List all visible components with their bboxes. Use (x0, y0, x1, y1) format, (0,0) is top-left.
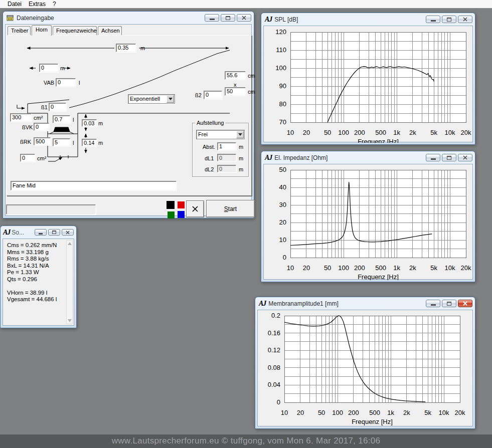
maximize-button[interactable] (48, 229, 60, 236)
svg-text:40: 40 (279, 183, 286, 191)
chevron-down-icon[interactable] (236, 131, 244, 138)
b2-field[interactable]: 0 (204, 91, 222, 99)
offset-field[interactable]: 0 (39, 64, 58, 72)
b1-field[interactable]: 0 (49, 103, 66, 111)
close-icon[interactable] (237, 14, 251, 22)
minimize-button[interactable] (426, 154, 440, 161)
impedanz-titlebar[interactable]: AJ El. Impedanz [Ohm] (261, 151, 475, 164)
maximize-button[interactable] (221, 14, 235, 22)
abort-button[interactable] (186, 200, 204, 217)
bvk-label: ßVK (22, 124, 33, 130)
aufstellung-mode-dropdown[interactable]: Frei (196, 130, 245, 139)
scrollbar[interactable] (66, 240, 73, 324)
aj-logo-icon: AJ (265, 16, 272, 24)
svg-text:20: 20 (297, 409, 304, 416)
menu-bar: Datei Extras ? (0, 0, 492, 9)
throat-area-field[interactable]: 300 (10, 113, 32, 122)
svg-text:5k: 5k (430, 264, 437, 272)
scroll-up-icon[interactable] (68, 242, 72, 245)
vab-field[interactable]: 0 (56, 78, 76, 87)
mouth-height-field[interactable]: 50 (225, 87, 246, 96)
impedanz-window: AJ El. Impedanz [Ohm] 504030201001020501… (261, 151, 475, 282)
close-icon[interactable] (458, 16, 472, 23)
menu-item-help[interactable]: ? (49, 1, 60, 8)
impedanz-chart: 504030201001020501002005001k2k5k10k20kFr… (264, 164, 474, 280)
window-title: So... (12, 229, 24, 236)
close-icon[interactable] (458, 300, 472, 307)
progress-bar (6, 204, 96, 214)
mouth-height-unit: cm (248, 89, 255, 95)
aj-logo-icon: AJ (259, 300, 266, 308)
svg-text:50: 50 (324, 264, 331, 272)
svg-text:0: 0 (283, 254, 286, 261)
svg-text:500: 500 (375, 129, 386, 136)
svg-text:Frequenz [Hz]: Frequenz [Hz] (358, 138, 399, 143)
svg-text:20k: 20k (461, 264, 471, 272)
close-icon[interactable] (458, 154, 472, 161)
svg-text:10k: 10k (445, 264, 455, 272)
bvk-field[interactable]: 0 (34, 123, 49, 131)
tab-treiber[interactable]: Treiber (8, 26, 31, 35)
svg-text:1k: 1k (393, 129, 400, 136)
port-area-field[interactable]: 0 (20, 154, 35, 162)
project-name-field[interactable]: Fane Mid (11, 181, 177, 190)
menu-item-datei[interactable]: Datei (4, 1, 25, 8)
horn-length-field[interactable]: 0.35 (116, 44, 136, 52)
svg-text:5k: 5k (424, 409, 431, 416)
maximize-button[interactable] (442, 16, 456, 23)
dl1-field[interactable]: 0 (217, 154, 236, 161)
minimize-button[interactable] (35, 229, 47, 236)
minimize-button[interactable] (205, 14, 219, 22)
scroll-down-icon[interactable] (68, 319, 72, 322)
curve-color-red[interactable] (178, 201, 185, 208)
horn-tab-page: 0.35 m 0 m VAB 0 l ß1 0 300 cm² ßVK 0 ßR… (7, 35, 252, 196)
svg-text:20k: 20k (461, 129, 471, 136)
svg-text:50: 50 (279, 166, 286, 173)
contour-value: Exponentiell (130, 96, 160, 102)
mouth-width-field[interactable]: 55.6 (225, 71, 246, 80)
svg-text:20: 20 (303, 264, 310, 272)
svg-text:20k: 20k (455, 409, 465, 416)
vk-volume-unit: l (73, 117, 74, 123)
b1-label: ß1 (41, 104, 48, 110)
membranamplitude-titlebar[interactable]: AJ Membranamplitude1 [mm] (255, 297, 475, 310)
dateneingabe-titlebar[interactable]: Dateneingabe (3, 12, 254, 24)
curve-color-blue[interactable] (178, 211, 185, 218)
dl2-field[interactable]: 0 (217, 165, 236, 172)
tab-achsen[interactable]: Achsen (98, 26, 122, 35)
sonstiges-window: AJ So... Cms = 0.262 mm/N Mms = 33.198 g… (0, 226, 77, 328)
h2-field[interactable]: 0.14 (82, 139, 97, 146)
svg-text:500: 500 (369, 409, 380, 416)
menu-item-extras[interactable]: Extras (25, 1, 49, 8)
curve-color-green[interactable] (168, 211, 175, 218)
curve-color-black[interactable] (167, 201, 175, 209)
svg-text:200: 200 (354, 129, 365, 136)
spl-window: AJ SPL [dB] 1201101009080701020501002005… (261, 13, 475, 145)
aj-logo-icon: AJ (3, 229, 10, 237)
minimize-button[interactable] (426, 16, 440, 23)
spl-titlebar[interactable]: AJ SPL [dB] (261, 13, 475, 26)
chevron-down-icon[interactable] (167, 95, 174, 103)
tab-frequenzweiche[interactable]: Frequenzweiche (53, 26, 97, 35)
svg-text:10: 10 (281, 409, 288, 416)
h1-field[interactable]: 0.03 (82, 119, 97, 127)
vk-volume-field[interactable]: 0.7 (53, 115, 70, 123)
abst-field[interactable]: 1 (217, 142, 236, 150)
sonstiges-titlebar[interactable]: AJ So... (1, 226, 76, 239)
brk-field[interactable]: 500 (34, 137, 51, 145)
dl1-label: dL1 (205, 155, 214, 161)
maximize-button[interactable] (442, 300, 456, 307)
maximize-button[interactable] (442, 154, 456, 161)
sonstiges-client: Cms = 0.262 mm/N Mms = 33.198 g Rms = 3.… (3, 239, 74, 326)
close-icon[interactable] (62, 229, 74, 236)
contour-dropdown[interactable]: Exponentiell (128, 94, 175, 104)
start-button[interactable]: Start (206, 200, 255, 217)
svg-text:0.16: 0.16 (268, 329, 280, 337)
svg-text:50: 50 (324, 129, 331, 136)
rk-volume-field[interactable]: 5 (53, 138, 70, 146)
svg-text:50: 50 (318, 409, 325, 416)
rk-volume-unit: l (73, 140, 74, 146)
tab-horn[interactable]: Horn (32, 25, 52, 36)
dl2-label: dL2 (205, 166, 214, 172)
minimize-button[interactable] (426, 300, 440, 307)
